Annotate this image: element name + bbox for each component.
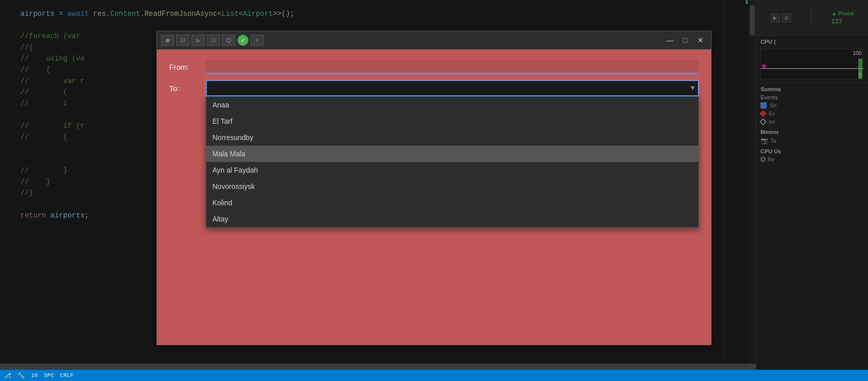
tool-monitor-btn[interactable]: ⬡ [222,35,235,46]
dropdown-item-ayn-al-faydah[interactable]: Ayn al Faydah [206,162,698,178]
dropdown-item-mala-mala[interactable]: Mala Mala [206,146,698,162]
git-icon: ⎇ [4,372,11,379]
item-label: Novorossiysk [212,182,255,190]
status-spc: SPC [44,372,54,378]
item-label: Kolind [212,199,232,207]
dropdown-item-norresundby[interactable]: Norresundby [206,129,698,146]
dropdown-item-altay[interactable]: Altay [206,211,698,227]
titlebar-tools: ⊞ □ ▷ □ ⬡ ✓ ‹ [161,35,264,46]
minimize-button[interactable]: — [663,35,676,46]
tool-check-btn[interactable]: ✓ [237,35,249,46]
maximize-button[interactable]: □ [679,35,692,46]
tool-arrow-btn[interactable]: ▷ [192,35,205,46]
dialog-overlay: ⊞ □ ▷ □ ⬡ ✓ ‹ — □ ✕ From: To: [0,0,868,381]
to-label: To: [169,84,200,93]
status-bar: ⎇ 🔧 16 SPC CRLF [0,370,868,381]
dropdown-item-el-tarf[interactable]: El Tarf [206,113,698,129]
dialog-body: From: To: ▼ Anaa [157,49,711,345]
item-label: Ayn al Faydah [212,166,258,174]
horizontal-scrollbar[interactable] [0,364,756,370]
tool-back-btn[interactable]: ‹ [251,35,264,46]
from-input[interactable] [206,60,699,74]
item-label: Norresundby [212,133,253,142]
dropdown-item-anaa[interactable]: Anaa [206,97,698,113]
status-line-col: 16 [31,372,38,378]
to-input[interactable] [206,80,699,96]
debug-icon: 🔧 [17,372,25,379]
tool-video-btn[interactable]: □ [176,35,189,46]
dialog-titlebar: ⊞ □ ▷ □ ⬡ ✓ ‹ — □ ✕ [157,31,711,49]
from-row: From: [169,60,699,74]
close-button[interactable]: ✕ [694,35,707,46]
airport-dialog: ⊞ □ ▷ □ ⬡ ✓ ‹ — □ ✕ From: To: [156,31,712,345]
dropdown-item-novorossiysk[interactable]: Novorossiysk [206,178,698,195]
item-label: Altay [212,215,228,223]
item-label: Mala Mala [212,150,246,158]
item-label: Anaa [212,101,229,109]
dropdown-item-kolind[interactable]: Kolind [206,195,698,211]
to-select-container: ▼ Anaa El Tarf Norresundby [206,80,699,96]
dropdown-list[interactable]: Anaa El Tarf Norresundby Mala Mala [206,96,699,228]
to-row: To: ▼ Anaa El Tarf [169,80,699,96]
window-controls: — □ ✕ [663,35,707,46]
tool-cursor-btn[interactable]: ⊞ [161,35,174,46]
tool-frame-btn[interactable]: □ [207,35,220,46]
from-label: From: [169,63,200,71]
item-label: El Tarf [212,117,232,125]
status-crlf: CRLF [60,372,73,378]
